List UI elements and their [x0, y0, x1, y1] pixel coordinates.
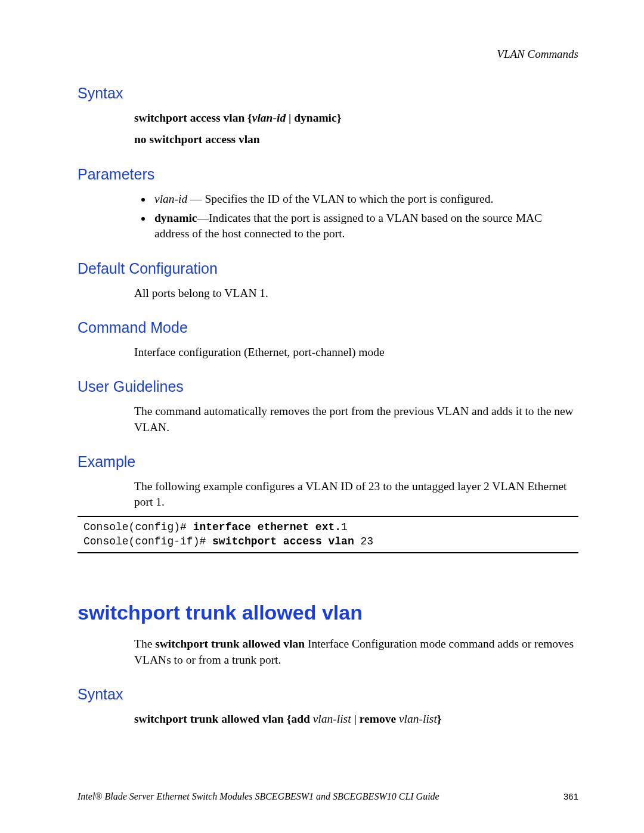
- command-title: switchport trunk allowed vlan: [78, 601, 578, 624]
- syntax-line-2: no switchport access vlan: [134, 132, 578, 147]
- example-body: The following example configures a VLAN …: [134, 479, 578, 510]
- command-intro: The switchport trunk allowed vlan Interf…: [134, 636, 578, 668]
- heading-user-guidelines: User Guidelines: [78, 378, 578, 395]
- syntax-arg: vlan-id: [252, 112, 286, 124]
- command-mode-body: Interface configuration (Ethernet, port-…: [134, 345, 578, 360]
- heading-syntax: Syntax: [78, 85, 578, 102]
- heading-example: Example: [78, 453, 578, 470]
- param-item-1: vlan-id — Specifies the ID of the VLAN t…: [152, 191, 578, 207]
- page-footer: Intel® Blade Server Ethernet Switch Modu…: [78, 791, 578, 802]
- heading-command-mode: Command Mode: [78, 319, 578, 336]
- param-item-2: dynamic—Indicates that the port is assig…: [152, 210, 578, 242]
- heading-parameters: Parameters: [78, 166, 578, 183]
- syntax-cmd: switchport access vlan: [134, 112, 244, 124]
- heading-default-config: Default Configuration: [78, 260, 578, 277]
- default-config-body: All ports belong to VLAN 1.: [134, 286, 578, 301]
- syntax2-line: switchport trunk allowed vlan {add vlan-…: [134, 711, 578, 727]
- syntax-opt: dynamic: [294, 112, 337, 124]
- parameters-list: vlan-id — Specifies the ID of the VLAN t…: [134, 191, 578, 242]
- example-code-block: Console(config)# interface ethernet ext.…: [78, 516, 578, 553]
- chapter-header: VLAN Commands: [78, 48, 578, 61]
- footer-title: Intel® Blade Server Ethernet Switch Modu…: [78, 791, 439, 802]
- syntax-line-1: switchport access vlan {vlan-id | dynami…: [134, 110, 578, 126]
- footer-page-number: 361: [564, 791, 578, 801]
- heading-syntax-2: Syntax: [78, 686, 578, 703]
- user-guidelines-body: The command automatically removes the po…: [134, 404, 578, 435]
- page-container: VLAN Commands Syntax switchport access v…: [0, 0, 644, 833]
